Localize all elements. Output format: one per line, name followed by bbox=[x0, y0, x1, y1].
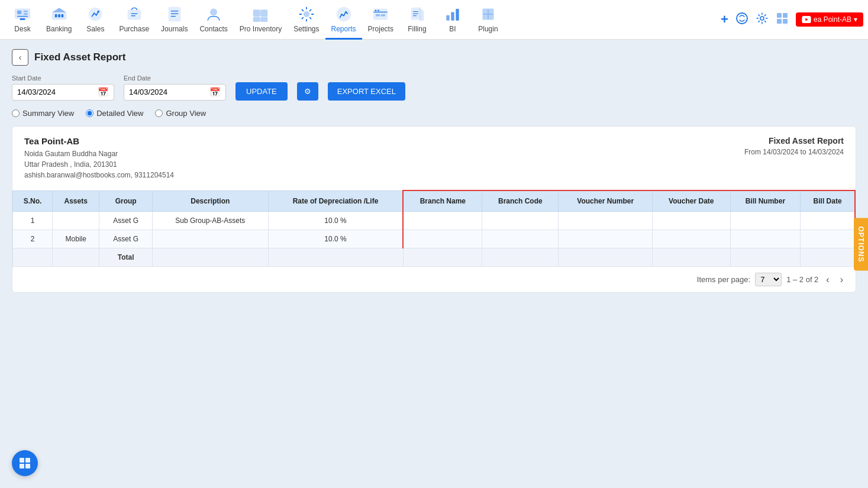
export-excel-button[interactable]: EXPORT EXCEL bbox=[328, 82, 405, 101]
svg-rect-32 bbox=[381, 14, 385, 17]
add-icon[interactable]: + bbox=[721, 12, 728, 27]
svg-rect-9 bbox=[58, 14, 60, 17]
cell-description: Sub Group-AB-Assets bbox=[152, 212, 268, 230]
svg-rect-4 bbox=[24, 10, 28, 12]
nav-item-projects[interactable]: Projects bbox=[362, 0, 399, 40]
nav-right: + ea Point-AB ▾ bbox=[721, 12, 863, 28]
next-page-button[interactable]: › bbox=[837, 273, 846, 286]
svg-marker-7 bbox=[52, 8, 66, 12]
group-view-radio[interactable] bbox=[155, 109, 163, 117]
nav-label-desk: Desk bbox=[14, 25, 30, 33]
end-date-input[interactable] bbox=[129, 88, 206, 96]
col-bill-date: Bill Date bbox=[801, 190, 855, 212]
svg-point-30 bbox=[377, 9, 379, 11]
col-bill-number: Bill Number bbox=[730, 190, 801, 212]
start-date-label: Start Date bbox=[12, 75, 114, 82]
prev-page-button[interactable]: ‹ bbox=[823, 273, 832, 286]
svg-rect-31 bbox=[376, 14, 380, 17]
end-date-label: End Date bbox=[124, 75, 226, 82]
table-header-row: S.No. Assets Group Description Rate of D… bbox=[13, 190, 856, 212]
items-per-page-select[interactable]: 7 10 25 50 bbox=[755, 273, 782, 286]
table-body: 1 Asset G Sub Group-AB-Assets 10.0 % bbox=[13, 212, 856, 267]
update-button[interactable]: UPDATE bbox=[235, 82, 288, 101]
main-content: ‹ Fixed Asset Report Start Date 📅 End Da… bbox=[0, 40, 868, 302]
cell-group: Asset G bbox=[99, 212, 153, 230]
col-branch-name: Branch Name bbox=[403, 190, 482, 212]
table-row: 2 Mobile Asset G 10.0 % bbox=[13, 230, 856, 248]
detailed-view-radio[interactable] bbox=[86, 109, 93, 117]
refresh-icon[interactable] bbox=[735, 12, 748, 28]
svg-point-29 bbox=[375, 9, 377, 11]
cell-branch-name bbox=[403, 212, 482, 230]
topnav: Desk Banking Sales bbox=[0, 0, 868, 40]
settings-icon[interactable] bbox=[756, 12, 769, 28]
company-contact: ashish.baranwal@hostbooks.com, 931120451… bbox=[24, 170, 174, 180]
nav-item-banking[interactable]: Banking bbox=[40, 0, 78, 40]
report-info: Fixed Asset Report From 14/03/2024 to 14… bbox=[744, 136, 844, 156]
nav-label-settings: Settings bbox=[293, 25, 319, 33]
grid-icon[interactable] bbox=[776, 12, 789, 28]
col-branch-code: Branch Code bbox=[482, 190, 559, 212]
nav-item-filling[interactable]: Filling bbox=[399, 0, 435, 40]
nav-item-journals[interactable]: Journals bbox=[155, 0, 193, 40]
nav-label-filling: Filling bbox=[408, 25, 426, 33]
col-group: Group bbox=[99, 190, 153, 212]
svg-rect-23 bbox=[254, 17, 260, 21]
summary-view-radio[interactable] bbox=[12, 109, 20, 117]
nav-item-contacts[interactable]: Contacts bbox=[193, 0, 233, 40]
start-date-calendar-icon[interactable]: 📅 bbox=[98, 87, 109, 98]
nav-item-reports[interactable]: Reports bbox=[325, 0, 362, 40]
company-address1: Noida Gautam Buddha Nagar bbox=[24, 148, 174, 159]
nav-items: Desk Banking Sales bbox=[5, 0, 721, 40]
nav-label-reports: Reports bbox=[331, 25, 356, 33]
cell-total-label: Total bbox=[99, 248, 153, 267]
nav-label-purchase: Purchase bbox=[119, 25, 149, 33]
company-header: Tea Point-AB Noida Gautam Buddha Nagar U… bbox=[12, 127, 856, 190]
detailed-view-label: Detailed View bbox=[96, 109, 143, 118]
gear-button[interactable]: ⚙ bbox=[297, 82, 318, 101]
nav-item-pro-inventory[interactable]: Pro Inventory bbox=[234, 0, 288, 40]
svg-point-26 bbox=[337, 7, 350, 21]
cell-total-description bbox=[152, 248, 268, 267]
options-tab[interactable]: OPTIONS bbox=[854, 218, 868, 270]
nav-item-bi[interactable]: BI bbox=[435, 0, 470, 40]
col-sno: S.No. bbox=[13, 190, 53, 212]
nav-item-desk[interactable]: Desk bbox=[5, 0, 40, 40]
nav-label-projects: Projects bbox=[368, 25, 393, 33]
end-date-calendar-icon[interactable]: 📅 bbox=[209, 87, 221, 98]
cell-bill-number bbox=[730, 230, 801, 248]
svg-point-12 bbox=[98, 10, 100, 12]
nav-item-settings[interactable]: Settings bbox=[288, 0, 325, 40]
summary-view-option[interactable]: Summary View bbox=[12, 109, 74, 118]
cell-voucher-number bbox=[559, 212, 653, 230]
col-description: Description bbox=[152, 190, 268, 212]
back-button[interactable]: ‹ bbox=[12, 49, 28, 66]
detailed-view-option[interactable]: Detailed View bbox=[86, 109, 143, 118]
start-date-input[interactable] bbox=[17, 88, 94, 96]
asset-table: S.No. Assets Group Description Rate of D… bbox=[12, 190, 856, 267]
svg-rect-24 bbox=[261, 17, 267, 21]
cell-total-sno bbox=[13, 248, 53, 267]
cell-assets: Mobile bbox=[53, 230, 99, 248]
nav-item-sales[interactable]: Sales bbox=[78, 0, 113, 40]
group-view-option[interactable]: Group View bbox=[155, 109, 206, 118]
cell-rate: 10.0 % bbox=[268, 230, 403, 248]
nav-label-contacts: Contacts bbox=[199, 25, 227, 33]
page-header: ‹ Fixed Asset Report bbox=[12, 49, 856, 66]
youtube-button[interactable]: ea Point-AB ▾ bbox=[796, 12, 863, 27]
nav-item-plugin[interactable]: Plugin bbox=[470, 0, 506, 40]
cell-total-bill-number bbox=[730, 248, 801, 267]
nav-item-purchase[interactable]: Purchase bbox=[113, 0, 155, 40]
svg-rect-47 bbox=[783, 13, 788, 18]
nav-label-journals: Journals bbox=[161, 25, 188, 33]
cell-voucher-number bbox=[559, 230, 653, 248]
svg-rect-16 bbox=[169, 7, 180, 21]
group-view-label: Group View bbox=[166, 109, 206, 118]
page-title: Fixed Asset Report bbox=[34, 51, 125, 63]
nav-label-sales: Sales bbox=[86, 25, 104, 33]
svg-rect-42 bbox=[483, 14, 488, 20]
company-info: Tea Point-AB Noida Gautam Buddha Nagar U… bbox=[24, 136, 174, 180]
cell-bill-date bbox=[801, 212, 855, 230]
report-date-range: From 14/03/2024 to 14/03/2024 bbox=[744, 148, 844, 156]
svg-point-25 bbox=[304, 11, 309, 17]
